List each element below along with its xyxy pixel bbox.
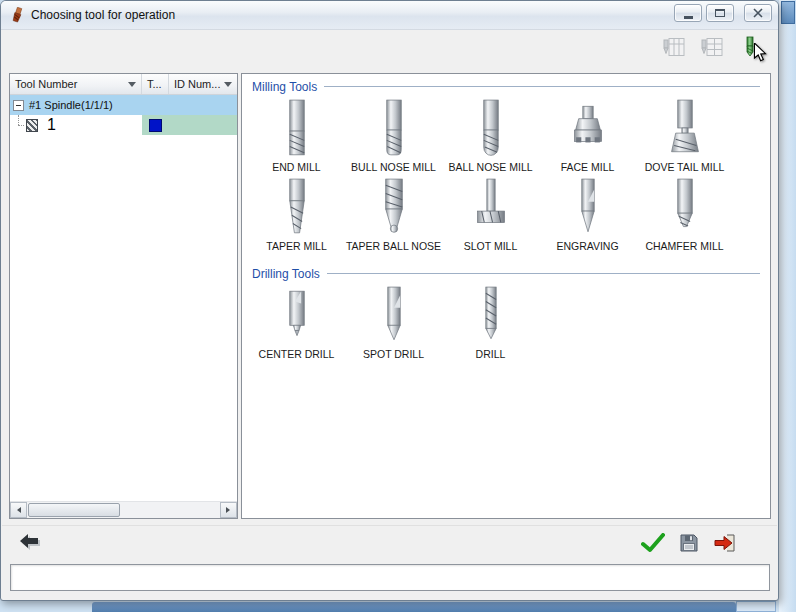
engraving-icon (563, 177, 613, 239)
tool-table-button[interactable] (660, 34, 688, 60)
tool-type-chamfer-mill[interactable]: CHAMFER MILL (636, 177, 733, 252)
scroll-thumb[interactable] (28, 503, 120, 517)
end-mill-icon (272, 98, 322, 160)
tool-type-engraving[interactable]: ENGRAVING (539, 177, 636, 252)
group-title-drilling: Drilling Tools (252, 267, 320, 281)
column-header-id-number[interactable]: ID Num... (169, 74, 237, 94)
mouse-cursor (753, 43, 767, 63)
tool-types-panel: Milling Tools END MILL (241, 73, 771, 519)
toolbar (660, 34, 764, 60)
floppy-icon (679, 533, 699, 553)
exit-icon (713, 533, 737, 553)
table-header: Tool Number T... ID Num... (10, 74, 237, 95)
drilling-row: CENTER DRILL SPOT DRILL (248, 285, 770, 360)
back-arrow-icon (18, 533, 44, 553)
milling-row-2: TAPER MILL TAPER BALL NOSE (248, 177, 770, 252)
sort-down-icon (128, 82, 136, 91)
column-header-tool-color[interactable]: T... (142, 74, 169, 94)
drill-icon (466, 285, 516, 347)
close-button[interactable] (744, 4, 772, 22)
column-header-tool-number[interactable]: Tool Number (10, 74, 142, 94)
minimize-button[interactable] (674, 4, 702, 22)
tree-row-tool-1[interactable]: 1 (10, 115, 237, 135)
part-tool-table-icon (700, 36, 724, 58)
tool-type-end-mill[interactable]: END MILL (248, 98, 345, 173)
titlebar[interactable]: Choosing tool for operation (1, 1, 778, 30)
arrow-right-icon (226, 507, 233, 513)
background-window-bottom (92, 602, 736, 612)
spot-drill-icon (369, 285, 419, 347)
arrow-left-icon (14, 507, 21, 513)
bull-nose-mill-icon (369, 98, 419, 160)
taper-mill-icon (272, 177, 322, 239)
tool-type-spot-drill[interactable]: SPOT DRILL (345, 285, 442, 360)
background-window-edge (779, 0, 796, 612)
background-scrollbar-corner (736, 601, 776, 612)
minus-icon (16, 105, 21, 106)
center-drill-icon (272, 285, 322, 347)
footer-toolbar (2, 525, 777, 559)
ok-button[interactable] (641, 533, 665, 553)
tool-type-drill[interactable]: DRILL (442, 285, 539, 360)
tree-row-spindle[interactable]: #1 Spindle(1/1/1) (10, 95, 237, 115)
tool-type-taper-mill[interactable]: TAPER MILL (248, 177, 345, 252)
tool-id-cell[interactable] (169, 115, 237, 135)
tool-type-center-drill[interactable]: CENTER DRILL (248, 285, 345, 360)
group-header-milling: Milling Tools (252, 79, 760, 94)
tool-type-ball-nose-mill[interactable]: BALL NOSE MILL (442, 98, 539, 173)
tool-type-face-mill[interactable]: FACE MILL (539, 98, 636, 173)
group-title-milling: Milling Tools (252, 80, 317, 94)
app-icon (9, 7, 25, 23)
window-title: Choosing tool for operation (31, 8, 175, 22)
spindle-label: #1 Spindle(1/1/1) (29, 99, 113, 111)
group-divider (327, 273, 760, 274)
tool-color-cell[interactable] (142, 115, 169, 135)
tool-table-icon (662, 36, 686, 58)
tool-number-cell[interactable]: 1 (10, 115, 142, 135)
part-tool-table-button[interactable] (698, 34, 726, 60)
face-mill-icon (563, 98, 613, 160)
column-label: T... (147, 78, 162, 90)
save-button[interactable] (679, 533, 699, 553)
dove-tail-mill-icon (660, 98, 710, 160)
milling-row-1: END MILL BULL NOSE MILL (248, 98, 770, 173)
background-scrollbar-fragment (781, 1, 795, 24)
column-label: ID Num... (174, 78, 220, 90)
group-divider (324, 86, 760, 87)
taper-ball-nose-icon (369, 177, 419, 239)
tool-number-label: 1 (47, 116, 56, 134)
status-bar (10, 564, 770, 591)
horizontal-scrollbar[interactable] (10, 501, 237, 518)
tool-type-dove-tail-mill[interactable]: DOVE TAIL MILL (636, 98, 733, 173)
scroll-right-button[interactable] (220, 502, 237, 518)
tool-icon (26, 119, 38, 132)
tool-color-swatch (149, 119, 162, 132)
minimize-icon (684, 16, 693, 19)
check-icon (641, 533, 665, 553)
tool-type-taper-ball-nose[interactable]: TAPER BALL NOSE (345, 177, 442, 252)
slot-mill-icon (466, 177, 516, 239)
collapse-toggle[interactable] (13, 100, 24, 111)
close-icon (753, 8, 763, 18)
tool-tree-panel: Tool Number T... ID Num... #1 Spindle(1/… (9, 73, 238, 519)
back-button[interactable] (18, 533, 44, 553)
ball-nose-mill-icon (466, 98, 516, 160)
scroll-left-button[interactable] (10, 502, 27, 518)
dialog-window: Choosing tool for operation (0, 0, 779, 601)
window-controls (670, 4, 772, 22)
maximize-icon (715, 9, 725, 17)
chamfer-mill-icon (660, 177, 710, 239)
column-label: Tool Number (15, 78, 77, 90)
maximize-button[interactable] (706, 4, 734, 22)
group-header-drilling: Drilling Tools (252, 266, 760, 281)
tool-type-slot-mill[interactable]: SLOT MILL (442, 177, 539, 252)
footer-actions (641, 533, 737, 553)
exit-button[interactable] (713, 533, 737, 553)
desktop-background: Choosing tool for operation (0, 0, 796, 612)
sort-down-icon (224, 82, 232, 91)
tool-type-bull-nose-mill[interactable]: BULL NOSE MILL (345, 98, 442, 173)
